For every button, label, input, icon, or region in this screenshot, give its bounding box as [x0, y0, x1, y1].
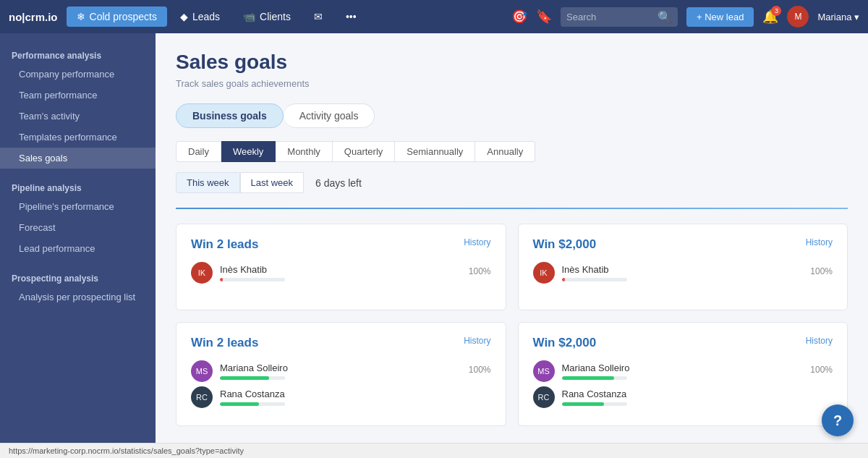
sidebar-item-pipeline-performance[interactable]: Pipeline's performance	[0, 196, 156, 217]
period-tab-monthly[interactable]: Monthly	[276, 141, 333, 162]
search-icon: 🔍	[658, 10, 672, 24]
goal-card-2: Win $2,000 History IK Inès Khatib	[518, 224, 848, 310]
avatar-rana-2: RC	[533, 386, 555, 408]
last-week-button[interactable]: Last week	[240, 172, 305, 193]
goal-card-4: Win $2,000 History MS Mariana Solleiro	[518, 322, 848, 426]
nav-tab-more[interactable]: •••	[336, 7, 367, 27]
notification-badge: 3	[771, 6, 781, 16]
history-link-2[interactable]: History	[806, 237, 833, 247]
period-tab-weekly[interactable]: Weekly	[221, 141, 276, 162]
sidebar-section-performance: Performance analysis	[0, 45, 156, 64]
progress-row-4-1	[562, 376, 804, 380]
person-info-3-1: Mariana Solleiro	[220, 362, 461, 380]
avatar[interactable]: M	[787, 6, 809, 27]
avatar-mariana-1: MS	[191, 360, 213, 382]
notifications-button[interactable]: 🔔 3	[762, 9, 778, 25]
sidebar-item-lead-performance[interactable]: Lead performance	[0, 238, 156, 259]
progress-bar-container-4-2	[562, 402, 627, 406]
help-button[interactable]: ?	[822, 404, 854, 436]
user-menu[interactable]: Mariana ▾	[817, 12, 859, 22]
status-url: https://marketing-corp.nocrm.io/statisti…	[9, 446, 244, 455]
goal-person-4-1: MS Mariana Solleiro 100%	[533, 360, 833, 382]
period-tab-annually[interactable]: Annually	[475, 141, 535, 162]
sidebar-item-analysis-prospecting[interactable]: Analysis per prospecting list	[0, 287, 156, 308]
main-content: Sales goals Track sales goals achievemen…	[156, 33, 868, 443]
progress-row-4-2	[562, 402, 833, 406]
goal-card-title-1: Win 2 leads	[191, 237, 258, 252]
avatar-rana-1: RC	[191, 386, 213, 408]
this-week-button[interactable]: This week	[176, 172, 240, 193]
sidebar-item-team-performance[interactable]: Team performance	[0, 85, 156, 106]
goal-pct-2-1: 100%	[810, 266, 833, 276]
avatar-ines-2: IK	[533, 262, 555, 284]
sidebar-item-templates-performance[interactable]: Templates performance	[0, 127, 156, 148]
person-info-4-2: Rana Costanza	[562, 389, 833, 406]
goals-grid: Win 2 leads History IK Inès Khatib	[176, 224, 848, 426]
search-input[interactable]	[566, 12, 653, 22]
sidebar: Performance analysis Company performance…	[0, 33, 156, 443]
goal-person-1-1: IK Inès Khatib 100%	[191, 262, 491, 284]
clients-icon: 📹	[243, 11, 255, 22]
period-tabs: Daily Weekly Monthly Quarterly Semiannua…	[176, 141, 848, 162]
period-tab-semiannually[interactable]: Semiannually	[395, 141, 475, 162]
week-nav: This week Last week 6 days left	[176, 172, 848, 193]
new-lead-button[interactable]: + New lead	[686, 7, 754, 27]
progress-row-1-1	[220, 278, 461, 281]
goal-person-4-2: RC Rana Costanza	[533, 386, 833, 408]
goal-card-header-4: Win $2,000 History	[533, 336, 833, 350]
person-name-2-1: Inès Khatib	[562, 264, 804, 275]
progress-bar-container-2-1	[562, 278, 627, 281]
nav-tab-cold-prospects[interactable]: ❄ Cold prospects	[67, 7, 167, 27]
goal-card-header-3: Win 2 leads History	[191, 336, 491, 350]
sidebar-item-forecast[interactable]: Forecast	[0, 217, 156, 238]
tab-business-goals[interactable]: Business goals	[176, 103, 284, 128]
goal-right-2-1: 100%	[810, 266, 833, 279]
goal-card-1: Win 2 leads History IK Inès Khatib	[176, 224, 506, 310]
progress-bar-3-2	[220, 402, 259, 406]
nav-tab-clients[interactable]: 📹 Clients	[233, 7, 301, 27]
sidebar-item-company-performance[interactable]: Company performance	[0, 64, 156, 85]
target-icon[interactable]: 🎯	[511, 9, 527, 25]
progress-bar-4-2	[562, 402, 605, 406]
sidebar-item-teams-activity[interactable]: Team's activity	[0, 106, 156, 127]
topnav: no|crm.io ❄ Cold prospects ◆ Leads 📹 Cli…	[0, 0, 868, 33]
avatar-ines-1: IK	[191, 262, 213, 284]
bookmark-icon[interactable]: 🔖	[536, 9, 552, 25]
nav-tab-leads[interactable]: ◆ Leads	[170, 7, 230, 27]
history-link-3[interactable]: History	[464, 336, 490, 346]
goal-tabs: Business goals Activity goals	[176, 103, 848, 128]
person-info-1-1: Inès Khatib	[220, 264, 461, 281]
tab-activity-goals[interactable]: Activity goals	[284, 103, 375, 128]
progress-bar-container-3-1	[220, 376, 285, 380]
progress-bar-container-3-2	[220, 402, 285, 406]
more-icon: •••	[346, 11, 357, 22]
history-link-4[interactable]: History	[806, 336, 833, 346]
goal-pct-3-1: 100%	[469, 365, 491, 375]
progress-bar-2-1	[562, 278, 565, 281]
history-link-1[interactable]: History	[464, 237, 490, 247]
goal-card-header-2: Win $2,000 History	[533, 237, 833, 252]
page-subtitle: Track sales goals achievements	[176, 78, 848, 89]
sidebar-item-sales-goals[interactable]: Sales goals	[0, 148, 156, 169]
sidebar-section-prospecting: Prospecting analysis	[0, 268, 156, 287]
person-name-1-1: Inès Khatib	[220, 264, 461, 275]
goal-card-title-4: Win $2,000	[533, 336, 597, 350]
search-box: 🔍	[561, 7, 678, 27]
period-tab-quarterly[interactable]: Quarterly	[333, 141, 395, 162]
sidebar-section-pipeline: Pipeline analysis	[0, 177, 156, 196]
nav-tab-mail[interactable]: ✉	[304, 7, 333, 27]
layout: Performance analysis Company performance…	[0, 33, 868, 443]
goal-card-3: Win 2 leads History MS Mariana Solleiro	[176, 322, 506, 426]
avatar-mariana-2: MS	[533, 360, 555, 382]
goal-pct-1-1: 100%	[469, 266, 491, 276]
nav-right: 🎯 🔖 🔍 + New lead 🔔 3 M Mariana ▾	[511, 6, 859, 27]
progress-bar-container-1-1	[220, 278, 285, 281]
goal-person-3-2: RC Rana Costanza	[191, 386, 491, 408]
goal-right-3-1: 100%	[469, 365, 491, 378]
person-name-3-1: Mariana Solleiro	[220, 362, 461, 373]
progress-row-2-1	[562, 278, 804, 281]
leads-icon: ◆	[180, 11, 188, 22]
person-info-4-1: Mariana Solleiro	[562, 362, 804, 380]
period-tab-daily[interactable]: Daily	[176, 141, 221, 162]
goal-person-3-1: MS Mariana Solleiro 100%	[191, 360, 491, 382]
